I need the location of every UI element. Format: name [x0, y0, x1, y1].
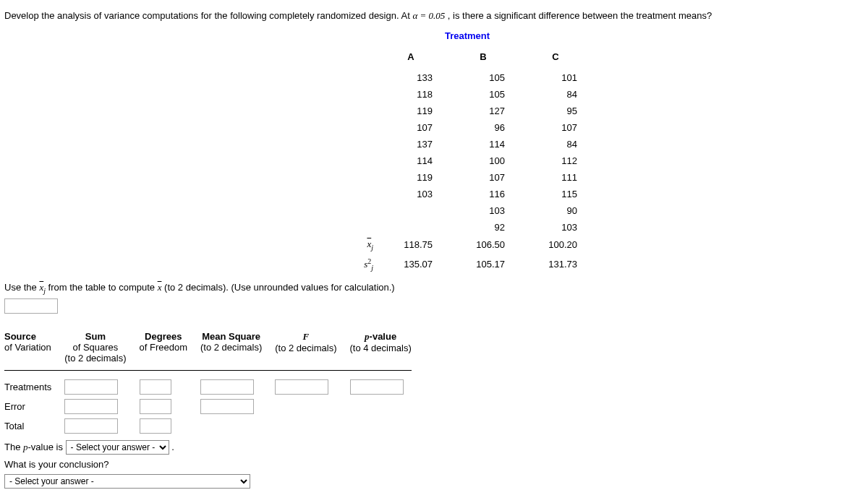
data-cell: 119	[375, 169, 447, 186]
anova-th-sum3: (to 2 decimals)	[64, 353, 126, 364]
mean-row: xj 118.75 106.50 100.20	[337, 236, 592, 254]
data-cell: 116	[447, 186, 519, 202]
hint-prefix: Use the	[4, 282, 39, 293]
anova-th-sum1: Sum	[85, 331, 106, 342]
data-row: 103116115	[337, 186, 592, 202]
data-cell: 103	[375, 186, 447, 202]
anova-table: Source of Variation Sum of Squares (to 2…	[4, 328, 425, 436]
data-row: 11810584	[337, 86, 592, 103]
data-cell: 105	[447, 69, 519, 86]
data-cell: 84	[519, 86, 592, 103]
pvalue-label: The p-value is	[4, 442, 66, 452]
data-cell: 114	[375, 152, 447, 169]
intro-prefix: Develop the analysis of variance computa…	[4, 10, 412, 21]
data-cell: 105	[447, 86, 519, 103]
data-cell: 127	[447, 103, 519, 119]
data-row: 92103	[337, 219, 592, 236]
data-cell: 115	[519, 186, 592, 202]
pvalue-line: The p-value is - Select your answer - .	[4, 440, 864, 455]
data-col-a: A	[375, 47, 447, 69]
mean-a: 118.75	[375, 236, 447, 254]
data-cell	[375, 202, 447, 219]
data-cell: 92	[447, 219, 519, 236]
anova-row-treatments-label: Treatments	[4, 377, 64, 397]
df-error-input[interactable]	[140, 399, 171, 414]
df-total-input[interactable]	[140, 418, 171, 434]
data-cell: 114	[447, 136, 519, 152]
data-cell: 133	[375, 69, 447, 86]
period: .	[171, 442, 174, 452]
data-cell: 103	[519, 219, 592, 236]
data-cell	[375, 219, 447, 236]
conclusion-select[interactable]: - Select your answer -	[4, 474, 250, 489]
data-cell: 119	[375, 103, 447, 119]
data-row: 10796107	[337, 119, 592, 136]
xbar-j-label: xj	[337, 236, 375, 254]
treatment-heading: Treatment	[352, 30, 583, 41]
f-input[interactable]	[275, 379, 328, 395]
mean-b: 106.50	[447, 236, 519, 254]
anova-row-error: Error	[4, 397, 425, 416]
pvalue-select[interactable]: - Select your answer -	[66, 440, 169, 455]
compute-hint: Use the xj from the table to compute x (…	[4, 282, 864, 295]
s2-j-label: s2j	[337, 254, 375, 275]
anova-row-total-label: Total	[4, 416, 64, 436]
df-treatments-input[interactable]	[140, 379, 171, 395]
grand-mean-input[interactable]	[4, 298, 58, 314]
question-prompt: Develop the analysis of variance computa…	[4, 10, 864, 22]
data-row: 133105101	[337, 69, 592, 86]
data-row: 114100112	[337, 152, 592, 169]
ss-error-input[interactable]	[64, 399, 118, 414]
anova-th-source1: Source	[4, 331, 36, 342]
data-row: 13711484	[337, 136, 592, 152]
var-a: 135.07	[375, 254, 447, 275]
data-cell: 96	[447, 119, 519, 136]
ss-total-input[interactable]	[64, 418, 118, 434]
conclusion-question: What is your conclusion?	[4, 459, 864, 470]
data-row: 119107111	[337, 169, 592, 186]
data-table: A B C 1331051011181058411912795107961071…	[337, 47, 592, 275]
data-cell: 107	[519, 119, 592, 136]
data-cell: 118	[375, 86, 447, 103]
data-cell: 111	[519, 169, 592, 186]
anova-th-p2: (to 4 decimals)	[350, 343, 412, 353]
variance-row: s2j 135.07 105.17 131.73	[337, 254, 592, 275]
ms-treatments-input[interactable]	[200, 379, 254, 395]
data-col-b: B	[447, 47, 519, 69]
data-cell: 103	[447, 202, 519, 219]
anova-row-treatments: Treatments	[4, 377, 425, 397]
data-cell: 90	[519, 202, 592, 219]
data-col-c: C	[519, 47, 592, 69]
var-b: 105.17	[447, 254, 519, 275]
anova-row-error-label: Error	[4, 397, 64, 416]
alpha-expression: α = 0.05	[412, 10, 445, 21]
anova-row-total: Total	[4, 416, 425, 436]
data-cell: 100	[447, 152, 519, 169]
xbar-j-inline: xj	[39, 282, 46, 293]
xbar-overall-inline: x	[158, 282, 162, 293]
pvalue-input[interactable]	[350, 379, 404, 395]
data-row: 11912795	[337, 103, 592, 119]
anova-th-source2: of Variation	[4, 342, 51, 353]
data-cell: 107	[447, 169, 519, 186]
ss-treatments-input[interactable]	[64, 379, 118, 395]
var-c: 131.73	[519, 254, 592, 275]
anova-th-ms2: (to 2 decimals)	[200, 342, 262, 353]
data-cell: 84	[519, 136, 592, 152]
anova-th-sum2: of Squares	[64, 342, 126, 353]
ms-error-input[interactable]	[200, 399, 254, 414]
hint-mid: from the table to compute	[48, 282, 158, 293]
anova-th-f2: (to 2 decimals)	[275, 343, 336, 353]
data-cell: 95	[519, 103, 592, 119]
data-cell: 112	[519, 152, 592, 169]
anova-th-f1: F	[303, 331, 310, 342]
anova-th-ms1: Mean Square	[202, 331, 260, 342]
mean-c: 100.20	[519, 236, 592, 254]
anova-th-df1: Degrees	[145, 331, 182, 342]
anova-th-p1: p-value	[365, 331, 396, 342]
data-cell: 137	[375, 136, 447, 152]
data-cell: 101	[519, 69, 592, 86]
intro-suffix: , is there a significant difference betw…	[448, 10, 712, 21]
data-row: 10390	[337, 202, 592, 219]
anova-th-df2: of Freedom	[140, 342, 187, 353]
